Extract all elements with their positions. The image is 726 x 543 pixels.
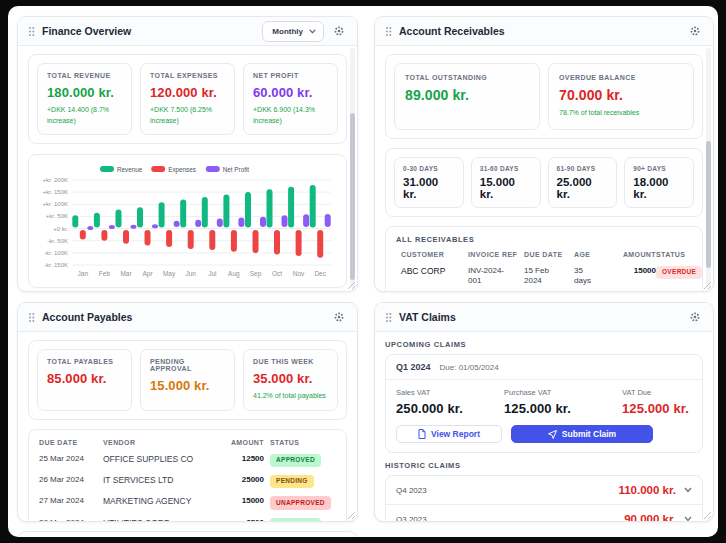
svg-text:Aug: Aug: [228, 270, 240, 278]
stat-label: DUE THIS WEEK: [253, 358, 328, 365]
gear-icon: [689, 25, 701, 37]
vat-field-sales: Sales VAT 250.000 kr.: [396, 388, 504, 416]
vat-fields: Sales VAT 250.000 kr. Purchase VAT 125.0…: [386, 380, 702, 418]
table-cell-due-date: 27 Mar 2024: [39, 492, 103, 513]
svg-text:-kr. 100K: -kr. 100K: [44, 250, 68, 256]
table-header-cell: INVOICE REF: [468, 247, 524, 262]
receivables-panel-header: Account Receivables: [375, 17, 713, 46]
historic-claim-row[interactable]: Q4 2023 110.000 kr.: [386, 476, 702, 504]
chevron-down-icon: [684, 516, 692, 522]
stat-card-total-payables: TOTAL PAYABLES 85.000 kr.: [37, 349, 132, 411]
stat-value: 120.000 kr.: [150, 85, 225, 100]
stat-label: TOTAL PAYABLES: [47, 358, 122, 365]
vat-field-value: 125.000 kr.: [622, 401, 692, 416]
vat-field-label: VAT Due: [622, 388, 692, 397]
settings-button[interactable]: [687, 23, 703, 39]
svg-text:Dec: Dec: [314, 270, 326, 277]
stat-value: 85.000 kr.: [47, 371, 122, 386]
table-cell-amount: 12500: [212, 450, 264, 471]
drag-handle-icon[interactable]: [385, 312, 392, 323]
svg-text:Sep: Sep: [250, 270, 262, 278]
finance-panel-body: TOTAL REVENUE 180.000 kr. +DKK 14.400 (8…: [18, 46, 357, 292]
vertical-scrollbar[interactable]: [350, 48, 355, 287]
dashboard: Finance Overview Monthly TOTAL REVENUE 1…: [8, 6, 718, 537]
svg-text:+kr. 100K: +kr. 100K: [42, 201, 68, 207]
view-report-button[interactable]: View Report: [396, 425, 502, 443]
table-cell-vendor: UTILITIES CORP: [103, 514, 212, 522]
aging-value: 15.000 kr.: [480, 176, 532, 200]
aging-label: 61-90 DAYS: [557, 165, 609, 172]
svg-text:+kr. 150K: +kr. 150K: [42, 189, 68, 195]
table-cell-amount: 15000: [610, 262, 656, 291]
table-cell-vendor: OFFICE SUPPLIES CO: [103, 450, 212, 471]
svg-text:May: May: [163, 270, 176, 278]
receivables-table: CUSTOMER INVOICE REF DUE DATE AGE AMOUNT…: [396, 247, 692, 291]
vat-field-value: 250.000 kr.: [396, 401, 504, 416]
svg-text:Nov: Nov: [293, 270, 305, 277]
settings-button[interactable]: [331, 309, 347, 325]
panel-title: Finance Overview: [42, 25, 131, 37]
stat-label: TOTAL EXPENSES: [150, 72, 225, 79]
claim-period: Q1 2024: [396, 362, 431, 372]
table-header-cell: AGE: [574, 247, 610, 262]
table-cell-due-date: 28 Mar 2024: [39, 514, 103, 522]
settings-button[interactable]: [687, 309, 703, 325]
chevron-down-icon: [684, 487, 692, 493]
finance-chart-card: +kr. 200K+kr. 150K+kr. 100K+kr. 50K+0 kr…: [28, 154, 347, 288]
vertical-scrollbar[interactable]: [706, 48, 711, 287]
period-select[interactable]: Monthly: [262, 21, 324, 42]
payables-table: DUE DATE VENDOR AMOUNT STATUS 25 Mar 202…: [39, 435, 336, 523]
partial-panel: [17, 531, 358, 537]
payables-table-card: DUE DATE VENDOR AMOUNT STATUS 25 Mar 202…: [28, 429, 347, 523]
account-payables-panel: Account Payables TOTAL PAYABLES 85.000 k…: [17, 302, 358, 522]
historic-claim-row[interactable]: Q3 2023 90.000 kr.: [386, 504, 702, 522]
settings-button[interactable]: [331, 23, 347, 39]
stat-card-net-profit: NET PROFIT 60.000 kr. +DKK 6.900 (14.3% …: [243, 63, 338, 135]
vat-field-purchase: Purchase VAT 125.000 kr.: [504, 388, 622, 416]
table-cell-amount: 15000: [212, 492, 264, 513]
panel-title: VAT Claims: [399, 311, 456, 323]
table-cell-vendor: MARKETING AGENCY: [103, 492, 212, 513]
receivables-panel-body: TOTAL OUTSTANDING 89.000 kr. OVERDUE BAL…: [375, 46, 713, 292]
svg-text:Apr: Apr: [142, 270, 153, 278]
payables-stats-card: TOTAL PAYABLES 85.000 kr. PENDING APPROV…: [28, 340, 347, 420]
stat-value: 180.000 kr.: [47, 85, 122, 100]
stat-card-total-expenses: TOTAL EXPENSES 120.000 kr. +DKK 7.500 (6…: [140, 63, 235, 135]
svg-text:Net Profit: Net Profit: [223, 166, 249, 173]
aging-label: 31-60 DAYS: [480, 165, 532, 172]
aging-value: 25.000 kr.: [557, 176, 609, 200]
stat-card-total-revenue: TOTAL REVENUE 180.000 kr. +DKK 14.400 (8…: [37, 63, 132, 135]
svg-text:Oct: Oct: [272, 270, 282, 277]
svg-text:+kr. 200K: +kr. 200K: [42, 177, 68, 183]
table-cell-status: APPROVED: [264, 450, 336, 471]
stat-label: NET PROFIT: [253, 72, 328, 79]
drag-handle-icon[interactable]: [385, 26, 392, 37]
stat-subtext: +DKK 6.900 (14.3% increase): [253, 105, 328, 126]
svg-text:Jan: Jan: [78, 270, 89, 277]
stat-card-pending-approval: PENDING APPROVAL 15.000 kr.: [140, 349, 235, 411]
stat-label: PENDING APPROVAL: [150, 358, 225, 372]
stat-card-total-outstanding: TOTAL OUTSTANDING 89.000 kr.: [394, 63, 540, 130]
status-badge: APPROVED: [270, 518, 321, 522]
finance-chart[interactable]: +kr. 200K+kr. 150K+kr. 100K+kr. 50K+0 kr…: [36, 162, 336, 280]
submit-claim-button[interactable]: Submit Claim: [511, 425, 653, 443]
drag-handle-icon[interactable]: [28, 26, 35, 37]
table-cell-due-date: 26 Mar 2024: [39, 471, 103, 492]
svg-text:+kr. 50K: +kr. 50K: [46, 213, 68, 219]
stat-card-due-this-week: DUE THIS WEEK 35.000 kr. 41.2% of total …: [243, 349, 338, 411]
payables-panel-body: TOTAL PAYABLES 85.000 kr. PENDING APPROV…: [18, 332, 357, 522]
drag-handle-icon[interactable]: [28, 312, 35, 323]
scrollbar-thumb[interactable]: [350, 113, 355, 280]
svg-text:+0 kr.: +0 kr.: [53, 226, 68, 232]
finance-panel-header: Finance Overview Monthly: [18, 17, 357, 46]
table-header-cell: AMOUNT: [212, 435, 264, 450]
vat-field-label: Sales VAT: [396, 388, 504, 397]
panel-title: Account Payables: [42, 311, 132, 323]
claim-actions: View Report Submit Claim: [386, 418, 702, 452]
upcoming-claims-label: UPCOMING CLAIMS: [385, 340, 703, 349]
scrollbar-thumb[interactable]: [706, 141, 711, 268]
historic-claims-card: Q4 2023 110.000 kr. Q3 2023 90.000 kr.: [385, 475, 703, 522]
vat-panel-body: UPCOMING CLAIMS Q1 2024 Due: 01/05/2024 …: [375, 332, 713, 522]
stat-subtext: 78.7% of total receivables: [559, 108, 683, 119]
table-cell-due-date: 25 Mar 2024: [39, 450, 103, 471]
